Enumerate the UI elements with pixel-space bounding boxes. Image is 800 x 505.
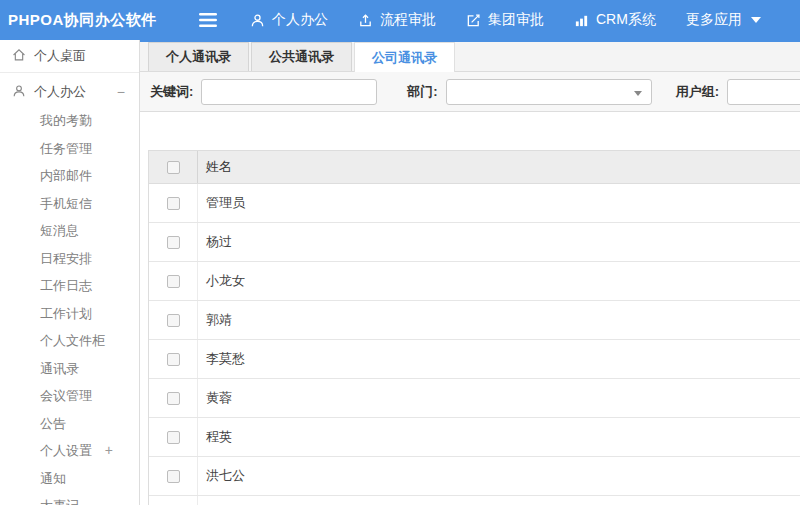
nav-item-group-approval[interactable]: 集团审批 bbox=[466, 11, 544, 29]
sidebar-item-short-message[interactable]: 短消息 bbox=[0, 217, 139, 245]
table-row[interactable]: 郭靖 bbox=[149, 301, 800, 340]
table-row[interactable]: 小龙女 bbox=[149, 262, 800, 301]
usergroup-label: 用户组: bbox=[676, 83, 719, 101]
expand-plus-icon[interactable]: + bbox=[105, 437, 113, 465]
sidebar-item-major-events[interactable]: 大事记 bbox=[0, 492, 139, 505]
content-area: 个人通讯录 公共通讯录 公司通讯录 关键词: 部门: 用户组: 姓名 bbox=[140, 40, 800, 505]
tab-company-contacts[interactable]: 公司通讯录 bbox=[354, 42, 455, 72]
sidebar-item-meeting-management[interactable]: 会议管理 bbox=[0, 382, 139, 410]
tab-personal-contacts[interactable]: 个人通讯录 bbox=[148, 42, 249, 71]
sidebar-section-personal-office[interactable]: 个人办公 − bbox=[0, 77, 139, 107]
sidebar-item-contacts[interactable]: 通讯录 bbox=[0, 355, 139, 383]
keyword-label: 关键词: bbox=[150, 83, 193, 101]
app-window: PHPOA协同办公软件 个人办公 bbox=[0, 0, 800, 505]
sidebar-item-internal-mail[interactable]: 内部邮件 bbox=[0, 162, 139, 190]
sidebar-item-desktop[interactable]: 个人桌面 bbox=[0, 40, 139, 73]
caret-down-icon bbox=[751, 17, 761, 23]
app-title: PHPOA协同办公软件 bbox=[0, 11, 170, 30]
sidebar-item-personal-settings[interactable]: 个人设置 + bbox=[0, 437, 139, 465]
sidebar-item-task-management[interactable]: 任务管理 bbox=[0, 135, 139, 163]
workflow-approval-icon bbox=[358, 13, 373, 28]
nav-item-personal-office[interactable]: 个人办公 bbox=[250, 11, 328, 29]
sidebar-item-sms[interactable]: 手机短信 bbox=[0, 190, 139, 218]
row-checkbox[interactable] bbox=[167, 431, 180, 444]
sidebar-item-file-cabinet[interactable]: 个人文件柜 bbox=[0, 327, 139, 355]
department-label: 部门: bbox=[407, 83, 437, 101]
hamburger-menu-icon[interactable] bbox=[198, 13, 218, 27]
usergroup-input[interactable] bbox=[727, 79, 800, 105]
person-icon bbox=[250, 13, 265, 28]
table-row[interactable]: 杨过 bbox=[149, 223, 800, 262]
sidebar-item-attendance[interactable]: 我的考勤 bbox=[0, 107, 139, 135]
sidebar-submenu: 我的考勤 任务管理 内部邮件 手机短信 短消息 日程安排 工作日志 工作计划 个… bbox=[0, 107, 139, 437]
contact-name: 李莫愁 bbox=[198, 350, 800, 368]
sidebar-item-notice[interactable]: 通知 bbox=[0, 465, 139, 493]
collapse-minus-icon[interactable]: − bbox=[117, 84, 125, 100]
table-row[interactable]: 程英 bbox=[149, 418, 800, 457]
department-select[interactable] bbox=[446, 79, 652, 105]
sidebar-item-work-log[interactable]: 工作日志 bbox=[0, 272, 139, 300]
tab-public-contacts[interactable]: 公共通讯录 bbox=[251, 42, 352, 71]
contact-name: 杨过 bbox=[198, 233, 800, 251]
contact-name: 洪七公 bbox=[198, 467, 800, 485]
contact-name: 黄蓉 bbox=[198, 389, 800, 407]
contact-name: 小龙女 bbox=[198, 272, 800, 290]
table-row-partial bbox=[149, 496, 800, 505]
row-checkbox[interactable] bbox=[167, 392, 180, 405]
contact-name: 郭靖 bbox=[198, 311, 800, 329]
table-row[interactable]: 李莫愁 bbox=[149, 340, 800, 379]
nav-item-more-apps[interactable]: 更多应用 bbox=[686, 11, 761, 29]
keyword-input[interactable] bbox=[201, 79, 377, 105]
row-checkbox[interactable] bbox=[167, 314, 180, 327]
nav-item-crm-system[interactable]: CRM系统 bbox=[574, 11, 656, 29]
sidebar-item-work-plan[interactable]: 工作计划 bbox=[0, 300, 139, 328]
top-navbar: PHPOA协同办公软件 个人办公 bbox=[0, 0, 800, 40]
filter-bar: 关键词: 部门: 用户组: bbox=[140, 72, 800, 112]
table-row[interactable]: 黄蓉 bbox=[149, 379, 800, 418]
content-spacer bbox=[140, 112, 800, 150]
table-header-row: 姓名 bbox=[149, 150, 800, 184]
nav-item-workflow-approval[interactable]: 流程审批 bbox=[358, 11, 436, 29]
edit-approval-icon bbox=[466, 13, 481, 28]
select-arrow-icon bbox=[634, 91, 642, 96]
contact-name: 程英 bbox=[198, 428, 800, 446]
bar-chart-icon bbox=[574, 13, 589, 28]
table-row[interactable]: 洪七公 bbox=[149, 457, 800, 496]
row-checkbox[interactable] bbox=[167, 470, 180, 483]
sidebar-item-schedule[interactable]: 日程安排 bbox=[0, 245, 139, 273]
row-checkbox[interactable] bbox=[167, 353, 180, 366]
top-nav-menu: 个人办公 流程审批 集团审批 bbox=[250, 11, 761, 29]
select-all-checkbox[interactable] bbox=[167, 161, 180, 174]
table-row[interactable]: 管理员 bbox=[149, 184, 800, 223]
row-checkbox[interactable] bbox=[167, 275, 180, 288]
contact-name: 管理员 bbox=[198, 194, 800, 212]
contacts-table: 姓名 管理员 杨过 小龙女 郭靖 bbox=[148, 150, 800, 505]
row-checkbox[interactable] bbox=[167, 236, 180, 249]
person-icon bbox=[12, 84, 26, 101]
row-checkbox[interactable] bbox=[167, 197, 180, 210]
sidebar: 个人桌面 个人办公 − 我的考勤 任务管理 内部邮件 手机短信 短消息 日程安排… bbox=[0, 40, 140, 505]
sidebar-item-announcement[interactable]: 公告 bbox=[0, 410, 139, 438]
tab-bar: 个人通讯录 公共通讯录 公司通讯录 bbox=[140, 42, 800, 72]
name-column-header: 姓名 bbox=[198, 158, 800, 176]
home-icon bbox=[12, 48, 26, 65]
